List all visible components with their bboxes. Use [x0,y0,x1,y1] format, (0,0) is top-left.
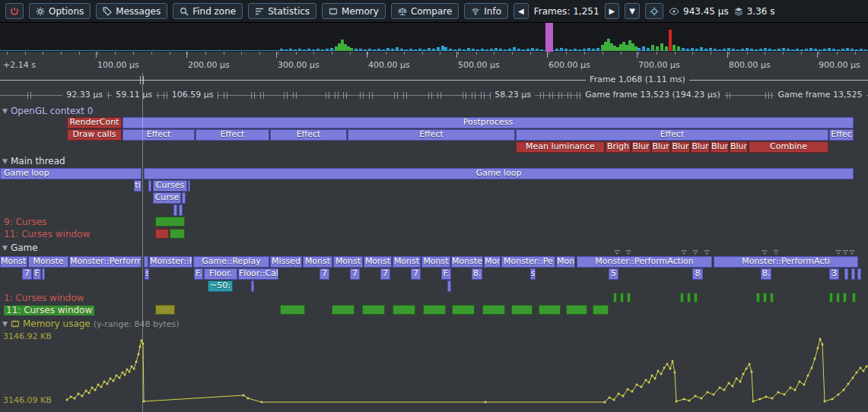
zone[interactable]: Curses [153,180,187,192]
zone[interactable]: Monster::PerformActi [714,256,858,268]
histogram-bar[interactable] [285,49,288,51]
zone[interactable]: Floor::Calc [238,268,278,280]
zone[interactable]: Monst [364,256,392,268]
histogram-bar[interactable] [400,49,403,51]
histogram-bar[interactable] [414,49,417,51]
histogram-bar[interactable] [727,48,730,51]
zone[interactable]: Monst [393,256,421,268]
histogram-bar[interactable] [592,49,595,51]
histogram-bar[interactable] [303,49,306,51]
histogram-bar[interactable] [540,49,543,51]
histogram-bar[interactable] [526,49,529,51]
section-header-game[interactable]: ▼Game [2,242,38,253]
zone[interactable] [280,305,305,315]
histogram-bar[interactable] [800,49,803,51]
zone[interactable] [756,293,760,303]
histogram-bar[interactable] [513,47,516,51]
messages-button[interactable]: Messages [96,3,167,19]
zone[interactable] [173,204,177,216]
zone[interactable]: 7 [350,268,360,280]
histogram-bar[interactable] [777,49,781,51]
histogram-bar[interactable] [768,49,771,51]
histogram-bar[interactable] [504,49,507,51]
zone[interactable] [155,217,185,227]
zone[interactable]: 5 [609,268,618,280]
zone[interactable] [452,305,475,315]
frame-ruler[interactable]: Frame 1,068 (1.11 ms) [0,73,868,88]
zone[interactable] [844,268,848,280]
zone[interactable] [829,293,833,303]
find-zone-button[interactable]: Find zone [173,3,243,19]
histogram-bar[interactable] [386,48,389,51]
histogram-bar[interactable] [476,49,479,51]
histogram-bar[interactable] [409,49,412,51]
zone[interactable]: Monster::Pe [149,256,192,268]
histogram-bar[interactable] [665,46,668,51]
histogram-bar[interactable] [656,46,659,51]
histogram-bar[interactable] [746,48,749,51]
zone[interactable]: Game::Replay [193,256,269,268]
zone[interactable]: 8 [692,268,703,280]
zone[interactable] [182,192,186,204]
collapsed-zone-marker-icon[interactable]: ▽ [615,249,619,255]
subframe-label[interactable]: 106.59 µs [168,90,218,100]
histogram-bar[interactable] [860,49,863,51]
lock-label[interactable]: 11: Curses window [4,230,90,239]
zone[interactable]: Monster::PerformA [69,256,141,268]
histogram-bar[interactable] [718,49,721,51]
histogram-bar[interactable] [458,49,461,51]
histogram-bar[interactable] [423,49,426,51]
histogram-bar[interactable] [382,49,385,51]
histogram-bar[interactable] [764,48,767,51]
zone[interactable] [857,268,861,280]
zone[interactable]: 7 [320,268,329,280]
histogram-bar[interactable] [564,49,568,51]
zone[interactable] [170,229,185,239]
histogram-bar[interactable] [574,49,577,51]
histogram-bar[interactable] [841,49,844,51]
histogram-bar[interactable] [755,49,758,51]
zone[interactable] [447,280,451,292]
subframe-ruler[interactable]: 92.33 µs59.11 µs106.59 µs58.23 µsGame fr… [0,88,868,103]
histogram-bar[interactable] [637,48,641,51]
collapsed-zone-marker-icon[interactable]: ▽ [693,249,698,255]
histogram-bar[interactable] [517,49,520,51]
zone[interactable]: Monst [421,256,450,268]
next-frame-button[interactable]: ▶ [605,3,620,19]
histogram-bar[interactable] [773,49,776,51]
histogram-bar[interactable] [364,49,367,51]
zone[interactable]: Brigh [606,141,631,153]
subframe-label[interactable]: 59.11 µs [112,90,156,100]
zone[interactable] [393,305,415,315]
histogram-bar[interactable] [428,48,431,51]
histogram-bar[interactable] [596,48,599,51]
histogram-bar[interactable] [787,49,790,51]
histogram-bar[interactable] [700,47,703,51]
histogram-bar[interactable] [463,49,466,51]
histogram-bar[interactable] [307,49,310,51]
zone[interactable] [566,305,587,315]
histogram-bar[interactable] [330,48,333,51]
lock-label[interactable]: 9: Curses [4,217,46,227]
zone[interactable] [42,268,45,280]
histogram-bar[interactable] [444,47,447,51]
histogram-bar[interactable] [704,49,707,51]
histogram-bar[interactable] [467,48,470,51]
histogram-bar[interactable] [531,48,534,51]
zone[interactable] [148,180,151,192]
zone[interactable]: Blur [711,141,729,153]
zone[interactable]: Blur [730,141,748,153]
zone[interactable] [179,204,183,216]
zone[interactable] [763,293,767,303]
histogram-bar[interactable] [832,49,835,51]
zone[interactable] [851,268,855,280]
zone[interactable]: F. [441,268,451,280]
histogram-bar[interactable] [642,46,645,51]
memory-button[interactable]: Memory [322,3,386,19]
zone[interactable] [687,293,691,303]
histogram-bar[interactable] [490,49,493,51]
statistics-button[interactable]: Statistics [248,3,316,19]
histogram-bar[interactable] [316,49,320,51]
zone[interactable]: Monst [333,256,363,268]
histogram-bar[interactable] [494,48,498,51]
